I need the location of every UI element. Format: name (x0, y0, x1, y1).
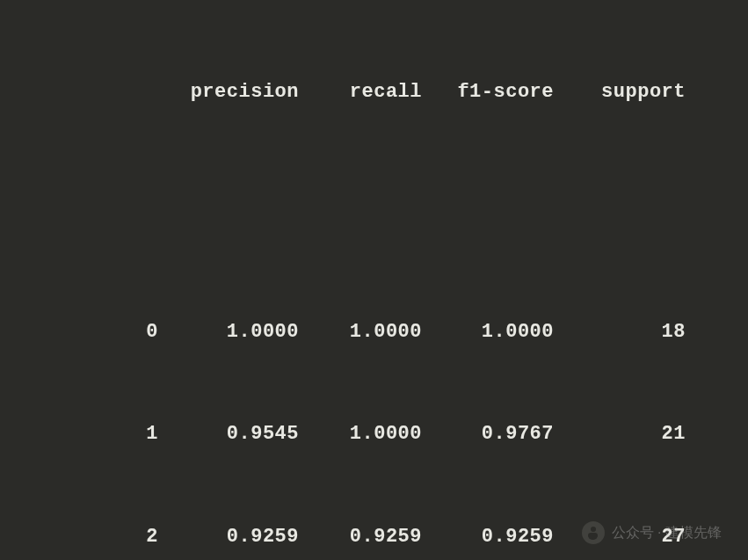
class-recall: 0.9259 (299, 520, 422, 555)
class-f1: 0.9767 (422, 418, 554, 452)
class-f1: 0.9259 (422, 520, 554, 555)
class-precision: 0.9259 (158, 520, 299, 555)
wechat-icon (582, 521, 605, 544)
class-recall: 1.0000 (299, 316, 422, 350)
header-precision: precision (158, 76, 299, 110)
class-precision: 0.9545 (158, 418, 299, 452)
class-support: 21 (554, 418, 686, 452)
classification-report: precisionrecallf1-scoresupport 01.00001.… (0, 7, 748, 560)
blank-row (0, 178, 748, 213)
class-label: 1 (0, 418, 158, 452)
class-f1: 1.0000 (422, 316, 554, 350)
class-row: 10.95451.00000.976721 (0, 418, 748, 452)
header-f1: f1-score (422, 76, 554, 110)
class-precision: 1.0000 (158, 316, 299, 350)
header-recall: recall (299, 76, 422, 110)
class-label: 2 (0, 520, 158, 555)
class-support: 18 (554, 316, 686, 350)
watermark: 公众号 · 建模先锋 (582, 521, 722, 544)
header-support: support (554, 76, 686, 110)
class-label: 0 (0, 316, 158, 350)
class-recall: 1.0000 (299, 418, 422, 452)
header-row: precisionrecallf1-scoresupport (0, 76, 748, 110)
watermark-text: 公众号 · 建模先锋 (612, 524, 722, 542)
class-row: 01.00001.00001.000018 (0, 316, 748, 350)
